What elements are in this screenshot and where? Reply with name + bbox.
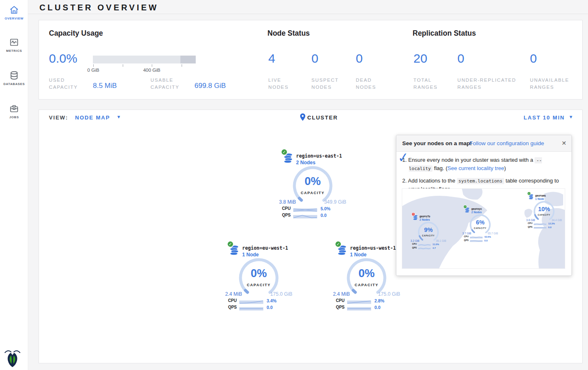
popup-title: See your nodes on a map! xyxy=(402,140,472,146)
qps-sparkline xyxy=(347,305,371,309)
total-capacity: 175.0 GiB xyxy=(270,291,292,297)
capacity-caption: CAPACITY xyxy=(236,283,282,287)
capacity-percent: 0% xyxy=(344,267,389,280)
used-capacity: 3.8 MiB xyxy=(279,199,296,205)
dead-nodes-count: 0 xyxy=(356,51,363,66)
cpu-label: CPU xyxy=(411,243,417,246)
sidebar-item-jobs[interactable]: JOBS xyxy=(0,104,28,119)
chevron-down-icon[interactable]: ▾ xyxy=(569,114,572,120)
node-card-us-west-1[interactable]: ✓ region=us-west-1 1 Node 0% CAPACITY 2.… xyxy=(331,240,402,317)
capacity-bar-reserved xyxy=(180,56,196,63)
node-card-eu-west-1[interactable]: ✓ region=eu-west-1 1 Node 0% CAPACITY 2.… xyxy=(224,240,294,317)
cpu-sparkline xyxy=(534,222,547,225)
capacity-tick xyxy=(93,64,94,67)
setup-step-1: 1. Ensure every node in your cluster was… xyxy=(402,156,565,173)
qps-label: QPS xyxy=(225,305,237,309)
databases-icon xyxy=(0,71,28,80)
view-label: VIEW: xyxy=(49,114,68,121)
briefcase-icon xyxy=(0,104,28,114)
healthy-check-icon: ✓ xyxy=(463,205,467,209)
node-count-link[interactable]: 1 Node xyxy=(242,252,259,258)
healthy-check-icon: ✓ xyxy=(527,192,531,195)
sidebar-item-label: JOBS xyxy=(0,115,28,119)
used-capacity: 3.6 GiB xyxy=(526,219,535,222)
unavailable-ranges-label: UNAVAILABLE RANGES xyxy=(530,77,569,91)
qps-value: 0.0 xyxy=(484,239,488,241)
total-ranges-label: TOTAL RANGES xyxy=(413,77,437,91)
step-text: flag. ( xyxy=(432,165,447,171)
cpu-sparkline xyxy=(293,206,317,211)
suspect-nodes-count: 0 xyxy=(311,51,318,66)
example-map-image: ! geo=sfo 2 Nodes 9% CAPACITY 3.2 GiB 35… xyxy=(402,188,565,269)
capacity-tick xyxy=(182,64,182,67)
sidebar-item-metrics[interactable]: METRICS xyxy=(0,37,28,53)
qps-sparkline xyxy=(293,213,317,217)
region-label: region=us-west-1 xyxy=(350,245,396,251)
capacity-percent: 6% xyxy=(468,219,492,226)
qps-label: QPS xyxy=(526,226,532,228)
cpu-label: CPU xyxy=(526,222,532,225)
qps-sparkline xyxy=(534,226,547,228)
close-icon[interactable]: ✕ xyxy=(561,140,566,146)
under-replicated-label: UNDER-REPLICATED RANGES xyxy=(457,77,516,91)
page-title: CLUSTER OVERVIEW xyxy=(39,3,158,12)
step-text: Add locations to the xyxy=(408,178,457,184)
cpu-sparkline xyxy=(418,243,431,246)
region-label: geo=ams xyxy=(535,194,546,197)
capacity-tick-label: 0 GiB xyxy=(87,68,100,73)
capacity-caption: CAPACITY xyxy=(416,235,440,237)
node-count-link[interactable]: 2 Nodes xyxy=(296,160,316,166)
cpu-sparkline xyxy=(347,298,371,303)
node-card-us-east-1[interactable]: ✓ region=us-east-1 2 Nodes 0% CAPACITY 3… xyxy=(277,148,348,225)
capacity-tick xyxy=(123,64,123,67)
locality-tree-link[interactable]: See current locality tree xyxy=(447,165,504,171)
live-nodes-label: LIVE NODES xyxy=(268,77,289,91)
capacity-percent: 0% xyxy=(236,267,282,280)
cluster-overview-page: OVERVIEW METRICS DATABASES JOBS xyxy=(0,0,588,370)
qps-value: 0.0 xyxy=(374,305,381,310)
region-label: geo=nyc xyxy=(471,207,482,210)
cluster-summary-card: Capacity Usage 0.0% 0 GiB 400 GiB USED C… xyxy=(39,20,583,100)
sidebar-item-databases[interactable]: DATABASES xyxy=(0,71,28,86)
used-capacity-label: USED CAPACITY xyxy=(49,77,78,91)
used-capacity-value: 8.5 MiB xyxy=(93,82,117,90)
step-text: Ensure every node in your cluster was st… xyxy=(408,157,535,163)
total-capacity: 35.1 GiB xyxy=(436,239,446,242)
capacity-tick-label: 400 GiB xyxy=(143,68,160,73)
sidebar-item-overview[interactable]: OVERVIEW xyxy=(0,5,28,20)
mini-node-card-nyc: ✓ geo=nyc 2 Nodes 6% CAPACITY 3.7 GiB 65… xyxy=(462,204,500,246)
dead-nodes-label: DEAD NODES xyxy=(356,77,376,91)
capacity-usage-title: Capacity Usage xyxy=(49,29,103,38)
time-range-selector[interactable]: LAST 10 MIN xyxy=(524,114,565,121)
capacity-percent: 9% xyxy=(416,226,440,233)
capacity-tick xyxy=(152,64,152,67)
live-nodes-count: 4 xyxy=(268,51,275,66)
used-capacity: 2.4 MiB xyxy=(333,291,350,297)
cpu-label: CPU xyxy=(462,236,469,238)
cpu-value: 5.0% xyxy=(321,206,330,211)
qps-label: QPS xyxy=(462,239,469,241)
node-count: 2 Nodes xyxy=(471,211,482,214)
configuration-guide-link[interactable]: Follow our configuration guide xyxy=(469,140,544,146)
healthy-check-icon: ✓ xyxy=(227,241,234,248)
region-label: region=us-east-1 xyxy=(296,153,342,159)
sidebar-item-label: OVERVIEW xyxy=(0,17,28,20)
total-capacity: 349.9 GiB xyxy=(324,199,346,205)
chevron-down-icon[interactable]: ▾ xyxy=(117,114,120,120)
used-capacity: 3.7 GiB xyxy=(462,232,471,235)
view-selector[interactable]: NODE MAP xyxy=(75,114,110,121)
under-replicated-count: 0 xyxy=(457,51,464,66)
metrics-icon xyxy=(0,37,28,47)
qps-label: QPS xyxy=(411,246,417,249)
total-ranges-count: 20 xyxy=(413,51,427,66)
node-count-link[interactable]: 1 Node xyxy=(350,252,367,258)
healthy-check-icon: ✓ xyxy=(335,241,342,248)
used-capacity: 2.4 MiB xyxy=(225,291,242,297)
cpu-value: 11.0% xyxy=(432,243,439,245)
capacity-caption: CAPACITY xyxy=(468,227,492,229)
sidebar-item-label: METRICS xyxy=(0,49,28,53)
step-text: ) xyxy=(504,165,506,171)
cpu-value: 3.4% xyxy=(267,298,277,303)
capacity-percent: 0.0% xyxy=(49,51,77,66)
node-map-setup-popup: See your nodes on a map! Follow our conf… xyxy=(396,135,572,276)
